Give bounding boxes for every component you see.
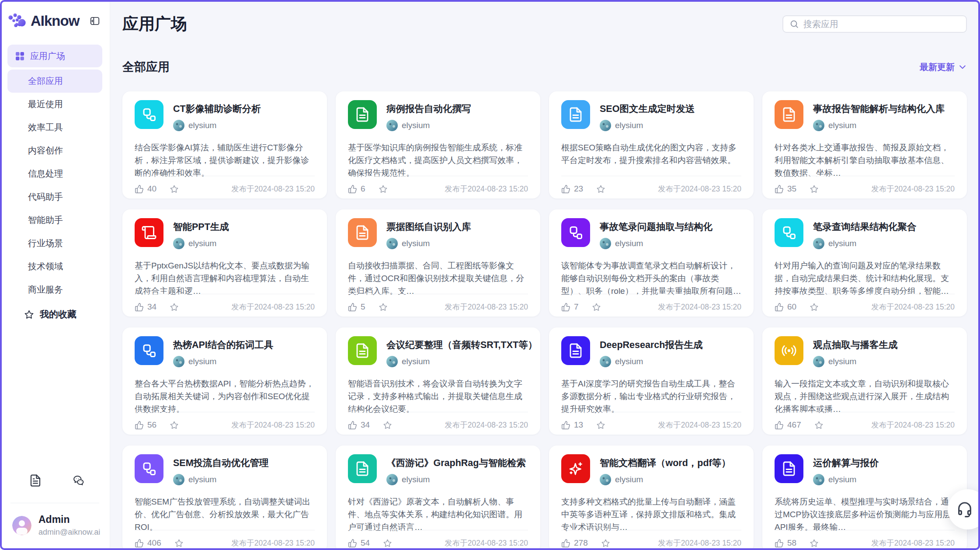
- app-card[interactable]: 事故报告智能解析与结构化入库 elysium 针对各类水上交通事故报告、简报及原…: [762, 91, 967, 198]
- app-description: 该智能体专为事故调查笔录文档自动解析设计，能够自动识别每份文档开头的案由（事故类…: [561, 259, 741, 297]
- like-button[interactable]: 7: [561, 302, 579, 312]
- search-input[interactable]: [803, 19, 960, 29]
- author-name: elysium: [402, 357, 430, 366]
- sort-dropdown[interactable]: 最新更新: [920, 61, 967, 73]
- app-card[interactable]: 会议纪要整理（音频转SRT,TXT等） elysium 智能语音识别技术，将会议…: [336, 327, 540, 435]
- sidebar-item-category[interactable]: 技术领域: [7, 255, 102, 278]
- app-card[interactable]: 智能PPT生成 elysium 基于PptxGenJS以结构化文本、要点或数据为…: [122, 209, 327, 317]
- card-divider: [135, 176, 315, 176]
- favorite-button[interactable]: [810, 303, 819, 312]
- sidebar-item-category[interactable]: 信息处理: [7, 162, 102, 185]
- favorite-button[interactable]: [383, 421, 392, 430]
- like-button[interactable]: 34: [135, 302, 156, 312]
- like-button[interactable]: 34: [348, 420, 370, 430]
- app-card[interactable]: SEO图文生成定时发送 elysium 根据SEO策略自动生成优化的图文内容，支…: [549, 91, 754, 198]
- author-name: elysium: [828, 475, 856, 484]
- like-button[interactable]: 60: [775, 302, 796, 312]
- sidebar-item-category[interactable]: 效率工具: [7, 116, 102, 139]
- app-card[interactable]: SEM投流自动优化管理 elysium 智能SEM广告投放管理系统，自动调整关键…: [122, 446, 327, 550]
- wechat-button[interactable]: [73, 474, 86, 487]
- like-button[interactable]: 23: [561, 184, 583, 194]
- sidebar-item-favorites[interactable]: 我的收藏: [7, 308, 102, 320]
- favorite-button[interactable]: [596, 184, 605, 194]
- favorite-button[interactable]: [601, 539, 610, 548]
- sidebar-item-category[interactable]: 代码助手: [7, 185, 102, 209]
- app-title: 事故笔录问题抽取与结构化: [600, 220, 712, 233]
- thumbs-up-icon: [348, 421, 357, 430]
- like-button[interactable]: 56: [135, 420, 156, 430]
- favorite-button[interactable]: [592, 303, 601, 312]
- document-app-icon: [348, 454, 377, 483]
- app-card[interactable]: 票据图纸自识别入库 elysium 自动接收扫描票据、合同、工程图纸等影像文件，…: [336, 209, 540, 317]
- card-header: 事故报告智能解析与结构化入库 elysium: [775, 100, 955, 131]
- sidebar-item-active[interactable]: 全部应用: [7, 70, 102, 93]
- app-card[interactable]: 热榜API结合的拓词工具 elysium 整合各大平台热榜数据API，智能分析热…: [122, 327, 327, 435]
- favorite-button[interactable]: [596, 421, 605, 430]
- favorite-button[interactable]: [810, 539, 819, 548]
- app-card[interactable]: 智能文档翻译（word，pdf等） elysium 支持多种文档格式的批量上传与…: [549, 446, 754, 550]
- favorite-button[interactable]: [170, 303, 179, 312]
- sidebar-collapse-button[interactable]: [89, 15, 101, 27]
- headset-icon: [956, 501, 973, 518]
- favorite-button[interactable]: [383, 539, 392, 548]
- like-button[interactable]: 35: [775, 184, 796, 194]
- sidebar-item-category[interactable]: 智能助手: [7, 209, 102, 232]
- app-card[interactable]: CT影像辅助诊断分析 elysium 结合医学影像AI算法，辅助医生进行CT影像…: [122, 91, 327, 198]
- favorite-button[interactable]: [170, 184, 179, 194]
- card-footer: 34 发布于2024-08-23 15:20: [135, 298, 315, 316]
- sidebar-item-label: 应用广场: [30, 50, 65, 62]
- thumbs-up-icon: [775, 421, 784, 430]
- card-footer: 13 发布于2024-08-23 15:20: [561, 416, 741, 434]
- search-icon: [789, 19, 799, 29]
- app-card[interactable]: 运价解算与报价 elysium 系统将历史运单、模型推理与实时场景结合，通过MC…: [762, 446, 967, 550]
- favorite-button[interactable]: [379, 303, 388, 312]
- favorite-button[interactable]: [170, 421, 179, 430]
- sidebar-item-app-plaza[interactable]: 应用广场: [7, 45, 102, 67]
- like-button[interactable]: 406: [135, 538, 161, 548]
- card-divider: [775, 530, 955, 530]
- grid-icon: [15, 52, 24, 61]
- star-icon: [170, 184, 179, 194]
- document-app-icon: [561, 100, 590, 129]
- app-card[interactable]: 事故笔录问题抽取与结构化 elysium 该智能体专为事故调查笔录文档自动解析设…: [549, 209, 754, 317]
- like-button[interactable]: 13: [561, 420, 583, 430]
- app-card[interactable]: 笔录查询结果结构化聚合 elysium 针对用户输入的查询问题及对应的笔录结果数…: [762, 209, 967, 317]
- app-description: 支持多种文档格式的批量上传与自动翻译，涵盖中英等多语种互译，保持原文排版和格式。…: [561, 495, 741, 533]
- workflow-app-icon: [135, 454, 163, 483]
- app-card[interactable]: DeepResearch报告生成 elysium 基于AI深度学习的研究报告自动…: [549, 327, 754, 435]
- app-card[interactable]: 病例报告自动化撰写 elysium 基于医学知识库的病例报告智能生成系统，标准化…: [336, 91, 540, 198]
- star-icon: [810, 184, 819, 194]
- like-button[interactable]: 54: [348, 538, 370, 548]
- card-footer: 56 发布于2024-08-23 15:20: [135, 416, 315, 434]
- sidebar-item-category[interactable]: 行业场景: [7, 232, 102, 255]
- favorite-button[interactable]: [810, 184, 819, 194]
- favorites-label: 我的收藏: [40, 308, 76, 320]
- file-text-icon: [29, 474, 42, 487]
- like-button[interactable]: 58: [775, 538, 796, 548]
- star-icon: [814, 421, 824, 430]
- like-button[interactable]: 40: [135, 184, 156, 194]
- app-card[interactable]: 《西游记》GraphRag与智能检索 elysium 针对《西游记》原著文本，自…: [336, 446, 540, 550]
- sidebar-item-category[interactable]: 最近使用: [7, 93, 102, 116]
- card-header: 会议纪要整理（音频转SRT,TXT等） elysium: [348, 336, 528, 367]
- app-title: 会议纪要整理（音频转SRT,TXT等）: [386, 338, 528, 351]
- like-button[interactable]: 278: [561, 538, 588, 548]
- docs-button[interactable]: [29, 474, 42, 487]
- publish-date: 发布于2024-08-23 15:20: [231, 302, 315, 312]
- thumbs-up-icon: [561, 539, 570, 548]
- like-button[interactable]: 5: [348, 302, 365, 312]
- favorite-button[interactable]: [174, 539, 184, 548]
- sidebar-item-category[interactable]: 商业服务: [7, 278, 102, 301]
- scroll-app-icon: [135, 218, 163, 247]
- app-card[interactable]: 观点抽取与播客生成 elysium 输入一段指定文本或文章，自动识别和提取核心观…: [762, 327, 967, 435]
- sidebar-item-category[interactable]: 内容创作: [7, 139, 102, 162]
- user-profile[interactable]: Admin admin@aiknow.ai: [0, 503, 110, 550]
- radio-app-icon: [775, 336, 803, 365]
- favorite-button[interactable]: [814, 421, 824, 430]
- sidebar-item-label: 信息处理: [28, 168, 63, 180]
- like-count: 13: [574, 420, 583, 430]
- like-button[interactable]: 6: [348, 184, 365, 194]
- search-box[interactable]: [782, 15, 967, 33]
- like-button[interactable]: 467: [775, 420, 801, 430]
- favorite-button[interactable]: [379, 184, 388, 194]
